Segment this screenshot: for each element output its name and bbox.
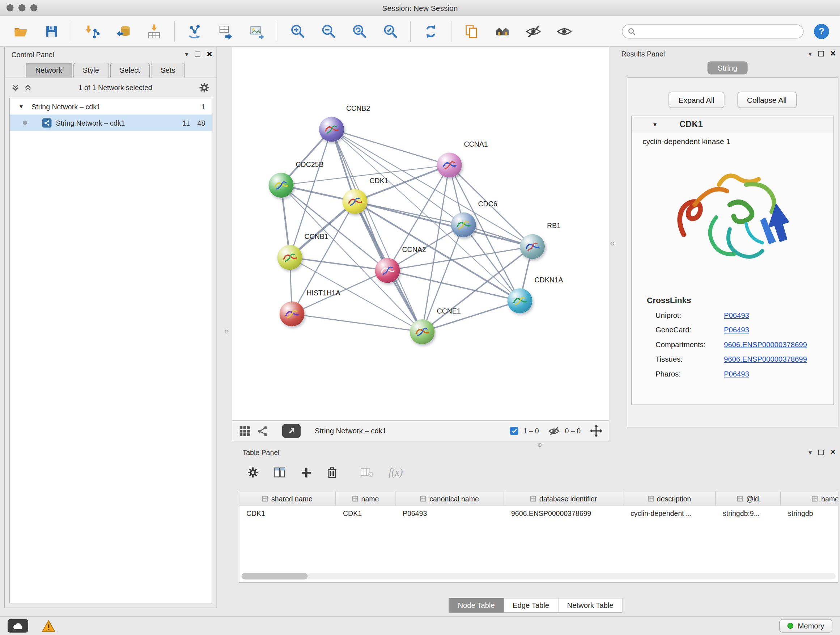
search-input[interactable] [639, 27, 798, 35]
network-node-ccnb1[interactable] [278, 245, 302, 270]
crosslink-link[interactable]: P06493 [724, 370, 749, 378]
chevrons-down-icon[interactable] [11, 83, 20, 92]
collapse-arrow-icon[interactable]: ▾ [653, 120, 657, 128]
network-node-hist1h1a[interactable] [279, 302, 305, 326]
panel-menu-icon[interactable]: ▾ [808, 448, 812, 456]
selected-checkbox-icon[interactable] [510, 427, 518, 435]
close-window-button[interactable] [6, 4, 14, 11]
network-node-ccna2[interactable] [375, 258, 400, 283]
import-table-button[interactable] [140, 19, 168, 43]
close-panel-icon[interactable]: × [207, 52, 212, 57]
network-edge-ccnb2-cdkn1a[interactable] [332, 129, 520, 301]
protein-section-header[interactable]: ▾ CDK1 [632, 116, 834, 133]
crosslink-link[interactable]: 9606.ENSP00000378699 [724, 355, 807, 363]
import-network-button[interactable] [78, 19, 106, 43]
left-splitter-handle[interactable] [225, 330, 229, 334]
network-node-ccnb2[interactable] [319, 117, 344, 142]
zoom-in-button[interactable] [283, 19, 311, 43]
zoom-window-button[interactable] [30, 4, 38, 11]
network-node-cdc6[interactable] [451, 212, 476, 238]
network-node-cdkn1a[interactable] [508, 288, 532, 314]
network-node-rb1[interactable] [520, 234, 545, 259]
tab-style[interactable]: Style [73, 63, 109, 78]
float-panel-icon[interactable] [195, 52, 201, 57]
refresh-layout-button[interactable] [417, 19, 445, 43]
delete-column-icon[interactable] [327, 467, 338, 478]
network-edge-ccnb2-rb1[interactable] [332, 129, 532, 247]
zoom-selected-button[interactable] [376, 19, 404, 43]
column-header[interactable]: namespace [781, 492, 838, 506]
tab-edge-table[interactable]: Edge Table [504, 598, 559, 613]
network-share-view-icon[interactable] [257, 425, 268, 436]
import-database-button[interactable] [109, 19, 137, 43]
network-row-selected[interactable]: String Network – cdk1 11 48 [10, 115, 212, 131]
add-column-icon[interactable] [301, 467, 312, 478]
network-collection-row[interactable]: ▾ String Network – cdk1 1 [10, 98, 212, 115]
network-node-cdc25b[interactable] [269, 173, 294, 198]
panel-menu-icon[interactable]: ▾ [808, 50, 812, 57]
minimize-window-button[interactable] [19, 4, 26, 11]
column-header[interactable]: name [336, 492, 396, 506]
home-button[interactable] [488, 19, 516, 43]
network-edge-hist1h1a-ccne1[interactable] [292, 314, 422, 332]
expand-all-button[interactable]: Expand All [668, 92, 724, 108]
column-header[interactable]: database identifier [504, 492, 624, 506]
birds-eye-view-button[interactable] [282, 424, 301, 438]
zoom-out-button[interactable] [314, 19, 343, 43]
crosslink-link[interactable]: 9606.ENSP00000378699 [724, 340, 807, 349]
column-header[interactable]: @id [716, 492, 781, 506]
chevrons-up-icon[interactable] [24, 83, 32, 92]
float-panel-icon[interactable] [818, 450, 824, 455]
scrollbar-thumb[interactable] [242, 573, 308, 580]
table-settings-gear-icon[interactable] [247, 467, 259, 478]
horizontal-scrollbar[interactable] [242, 573, 836, 580]
gear-icon[interactable] [199, 82, 210, 93]
hide-panels-button[interactable] [519, 19, 548, 43]
network-from-table-button[interactable] [212, 19, 240, 43]
close-panel-icon[interactable]: × [830, 450, 836, 455]
tab-network-table[interactable]: Network Table [558, 598, 622, 613]
table-row[interactable]: CDK1 CDK1 P06493 9606.ENSP00000378699 cy… [240, 506, 838, 521]
column-header[interactable]: canonical name [396, 492, 504, 506]
close-panel-icon[interactable]: × [830, 51, 836, 57]
zoom-fit-button[interactable] [345, 19, 373, 43]
export-image-button[interactable] [243, 19, 271, 43]
right-splitter-handle[interactable] [611, 242, 615, 246]
save-session-button[interactable] [38, 19, 66, 43]
help-button[interactable]: ? [814, 24, 829, 39]
tab-node-table[interactable]: Node Table [448, 598, 504, 613]
grid-view-icon[interactable] [239, 425, 251, 437]
network-node-ccne1[interactable] [410, 319, 435, 344]
network-edge-ccna1-ccna2[interactable] [387, 165, 449, 271]
collapse-all-button[interactable]: Collapse All [737, 92, 797, 108]
collapse-arrow-icon[interactable]: ▾ [19, 103, 23, 111]
tab-network[interactable]: Network [26, 63, 72, 78]
new-network-button[interactable] [181, 19, 209, 43]
network-edge-cdkn1a-ccne1[interactable] [422, 301, 520, 332]
tab-sets[interactable]: Sets [151, 63, 185, 78]
crosslink-link[interactable]: P06493 [724, 311, 749, 320]
bottom-splitter-handle[interactable] [538, 443, 542, 447]
float-panel-icon[interactable] [818, 51, 824, 57]
open-session-button[interactable] [6, 19, 35, 43]
tab-select[interactable]: Select [110, 63, 150, 78]
warning-icon[interactable] [41, 619, 56, 632]
network-view[interactable]: CCNB2CCNA1CDC25BCDK1CDC6RB1CCNB1CCNA2CDK… [232, 47, 609, 421]
duplicate-document-button[interactable] [458, 19, 486, 43]
show-panels-button[interactable] [550, 19, 578, 43]
hidden-eye-slash-icon[interactable] [548, 426, 560, 436]
network-edge-cdk1-rb1[interactable] [355, 202, 532, 247]
string-results-tab[interactable]: String [707, 62, 748, 74]
panel-menu-icon[interactable]: ▾ [185, 51, 188, 58]
cloud-button[interactable] [8, 619, 28, 633]
memory-button[interactable]: Memory [779, 619, 832, 633]
network-edge-ccnb2-ccne1[interactable] [332, 129, 423, 332]
crosslink-link[interactable]: P06493 [724, 326, 749, 334]
show-columns-icon[interactable] [273, 467, 286, 478]
column-header[interactable]: description [624, 492, 716, 506]
network-node-ccna1[interactable] [437, 153, 462, 178]
pan-crosshair-icon[interactable] [590, 424, 603, 437]
network-edge-ccnb2-ccna1[interactable] [332, 129, 450, 165]
network-node-cdk1[interactable] [343, 189, 368, 214]
column-header[interactable]: shared name [240, 492, 336, 506]
